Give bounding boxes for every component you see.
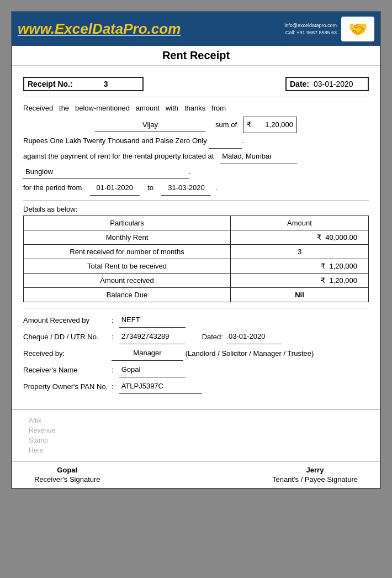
receivers-name-label: Receiver's Name [23, 363, 112, 377]
pan-label: Property Owner's PAN No. [23, 380, 112, 394]
period-to: 31-03-2020 [161, 181, 211, 196]
amount-box: ₹ 1,20,000 [243, 117, 297, 134]
particular-months: Rent received for number of months [24, 245, 231, 259]
colon1: : [112, 313, 114, 328]
received-text: Received the below-mentioned amount with… [23, 104, 226, 112]
tenant-sig-label: Tenant's / Payee Signature [272, 475, 358, 484]
rupees-words-line: Rupees One Lakh Twenty Thousand and Pais… [23, 134, 369, 149]
tenant-sig-block: Jerry Tenant's / Payee Signature [272, 466, 358, 484]
rupee-icon: ₹ [321, 276, 325, 285]
tenant-line: Vijay sum of ₹ 1,20,000 [23, 117, 369, 134]
pan-value: ATLPJ5397C [119, 379, 202, 394]
rupee-icon: ₹ [317, 233, 321, 241]
particular-monthly-rent: Monthly Rent [24, 230, 231, 245]
info-phone: Call: +91 9687 8585 63 [284, 29, 337, 36]
receiver-value: Manager [112, 346, 183, 361]
received-by-value: NEFT [119, 313, 186, 328]
property-location: Malad, Mumbai [220, 150, 297, 164]
period-to-label: to [147, 183, 153, 192]
amount-monthly-rent: ₹ 40,000.00 [231, 230, 369, 245]
rupee-symbol: ₹ [247, 118, 251, 132]
date-label: Date: [290, 80, 309, 88]
particular-amount-received: Amount received [24, 274, 231, 288]
signature-row: Gopal Receiver's Signature Jerry Tenant'… [12, 461, 380, 488]
receiver-label: Received by: [23, 346, 112, 361]
table-row: Rent received for number of months 3 [24, 245, 369, 259]
receiver-sig-name: Gopal [34, 466, 100, 474]
period-label: for the period from [23, 183, 82, 192]
stamp-line4: Here [29, 446, 43, 454]
stamp-line2: Revenue [29, 427, 55, 434]
details-table: Particulars Amount Monthly Rent ₹ 40,000… [23, 216, 369, 302]
logo-area: info@exceldatapro.com Call: +91 9687 858… [284, 17, 374, 41]
stamp-line3: Stamp [29, 437, 48, 444]
handshake-icon: 🤝 [348, 20, 368, 38]
col-particulars: Particulars [24, 216, 231, 230]
colon4: : [112, 380, 114, 394]
sum-of-label: sum of [215, 120, 237, 129]
amount-balance: Nil [231, 288, 369, 302]
receipt-meta-row: Receipt No.: 3 Date: 03-01-2020 [23, 77, 369, 91]
header-info: info@exceldatapro.com Call: +91 9687 858… [284, 17, 374, 41]
amount-total-rent: ₹ 1,20,000 [231, 259, 369, 274]
receivers-name-row: Receiver's Name : Gopal [23, 362, 369, 377]
receipt-no-label: Receipt No.: [28, 80, 73, 88]
details-label: Details as below: [23, 205, 369, 213]
tenant-name: Vijay [95, 118, 205, 133]
cheque-row: Cheque / DD / UTR No. : 273492743289 Dat… [23, 329, 369, 344]
stamp-area: Affix Revenue Stamp Here [12, 410, 380, 461]
table-row: Monthly Rent ₹ 40,000.00 [24, 230, 369, 245]
received-by-label: Amount Received by [23, 313, 112, 328]
payment-section: Amount Received by : NEFT Cheque / DD / … [23, 313, 369, 394]
amount-months: 3 [231, 245, 369, 259]
cheque-label: Cheque / DD / UTR No. [23, 330, 112, 344]
date-field: Date: 03-01-2020 [285, 77, 369, 91]
header-banner: www.ExcelDataPro.com info@exceldatapro.c… [12, 12, 380, 46]
colon3: : [112, 363, 114, 377]
receiver-sig-block: Gopal Receiver's Signature [34, 466, 100, 484]
particular-total-rent: Total Rent to be received [24, 259, 231, 274]
header-info-block: info@exceldatapro.com Call: +91 9687 858… [284, 22, 337, 36]
property-type: Bunglow [23, 165, 189, 180]
receipt-title: Rent Receipt [12, 46, 380, 66]
colon2: : [112, 330, 114, 344]
table-row: Total Rent to be received ₹ 1,20,000 [24, 259, 369, 274]
against-line: against the payment of rent for the rent… [23, 150, 369, 164]
dated-value: 03-01-2020 [226, 329, 282, 344]
period-from: 01-01-2020 [90, 181, 140, 196]
receipt-page: www.ExcelDataPro.com info@exceldatapro.c… [11, 11, 381, 489]
content-area: Receipt No.: 3 Date: 03-01-2020 Received… [12, 66, 380, 404]
table-row: Amount received ₹ 1,20,000 [24, 274, 369, 288]
rupee-icon: ₹ [321, 262, 325, 270]
cheque-value: 273492743289 [119, 329, 186, 344]
receipt-no-value: 3 [73, 80, 139, 88]
table-row: Balance Due Nil [24, 288, 369, 302]
property-type-line: Bunglow. [23, 165, 369, 180]
date-value: 03-01-2020 [309, 80, 364, 88]
stamp-signature-section: Affix Revenue Stamp Here Gopal Receiver'… [12, 409, 380, 488]
receivers-name-value: Gopal [119, 362, 186, 377]
tenant-sig-name: Jerry [272, 466, 358, 474]
receipt-number-field: Receipt No.: 3 [23, 77, 144, 91]
header-logo-icon: 🤝 [341, 17, 374, 41]
site-url: www.ExcelDataPro.com [18, 20, 181, 38]
pan-row: Property Owner's PAN No. : ATLPJ5397C [23, 379, 369, 394]
received-line: Received the below-mentioned amount with… [23, 102, 369, 115]
body-section: Received the below-mentioned amount with… [23, 102, 369, 196]
stamp-line1: Affix [29, 417, 41, 424]
rupees-words: Rupees One Lakh Twenty Thousand and Pais… [23, 136, 207, 145]
receiver-row: Received by: Manager (Landlord / Solicit… [23, 346, 369, 361]
col-amount: Amount [231, 216, 369, 230]
particular-balance: Balance Due [24, 288, 231, 302]
against-text: against the payment of rent for the rent… [23, 152, 214, 160]
dated-label: Dated: [202, 330, 223, 344]
receiver-note: (Landlord / Solicitor / Manager / Truste… [186, 346, 314, 361]
stamp-text: Affix Revenue Stamp Here [23, 416, 369, 455]
period-line: for the period from 01-01-2020 to 31-03-… [23, 181, 369, 196]
amount-value: 1,20,000 [255, 118, 293, 132]
info-email: info@exceldatapro.com [284, 22, 337, 29]
amount-received: ₹ 1,20,000 [231, 274, 369, 288]
receiver-sig-label: Receiver's Signature [34, 475, 100, 484]
received-by-row: Amount Received by : NEFT [23, 313, 369, 328]
